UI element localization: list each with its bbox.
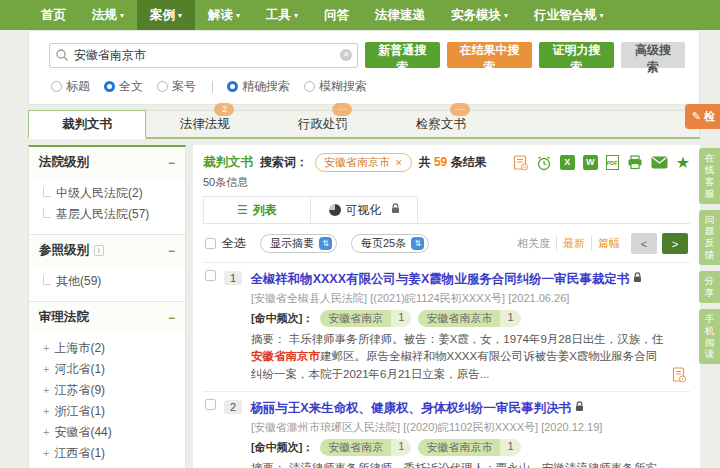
mail-icon[interactable] [651, 156, 668, 169]
nav-item-law-express[interactable]: 法律速递 [362, 0, 438, 30]
result-title-link[interactable]: 全椒祥和物XXXX有限公司与姜X霞物业服务合同纠纷一审民事裁定书 [250, 270, 642, 288]
select-all-checkbox[interactable] [205, 238, 216, 249]
share-button[interactable]: 分享 [699, 271, 720, 303]
collapse-icon[interactable]: − [168, 156, 175, 170]
sort-relevance[interactable]: 相关度 [511, 236, 556, 251]
result-checkbox[interactable] [205, 270, 216, 281]
copy-citation-icon[interactable] [672, 367, 686, 383]
search-term-pill[interactable]: 安徽省南京市✕ [315, 153, 412, 172]
select-all-label[interactable]: 全选 [222, 235, 246, 252]
search-term-text: 安徽省南京市 [324, 155, 390, 170]
scope-fulltext-radio[interactable]: 全文 [104, 78, 143, 95]
facet-item[interactable]: 基层人民法院(57) [43, 204, 181, 225]
tab-admin-penalty[interactable]: 行政处罚··· [264, 111, 382, 137]
collapse-icon[interactable]: − [168, 311, 175, 325]
search-in-results-button[interactable]: 在结果中搜索 [447, 42, 532, 68]
nav-label: 法律速递 [375, 7, 425, 24]
info-count: 50条信息 [203, 175, 690, 190]
clear-search-icon[interactable]: ✕ [340, 49, 352, 61]
favorite-star-icon[interactable]: ★ [676, 155, 690, 170]
expand-icon[interactable]: + [43, 363, 49, 375]
result-meta: [安徽省全椒县人民法院] [(2021)皖1124民初XXXX号] [2021.… [251, 291, 664, 306]
hit-term-pill[interactable]: 安徽省南京1 [320, 439, 411, 456]
alarm-clock-icon[interactable] [536, 155, 552, 171]
feedback-edit-button[interactable]: ✎检 [685, 104, 720, 129]
advanced-search-button[interactable]: 高级搜索 [621, 42, 685, 68]
tab-procuratorate[interactable]: 检察文书··· [382, 111, 500, 137]
tree-line [43, 186, 56, 200]
nav-item-home[interactable]: 首页 [28, 0, 79, 30]
evidence-search-button[interactable]: 证明力搜索 [539, 42, 614, 68]
facet-item[interactable]: 中级人民法院(2) [43, 183, 181, 204]
facet-header-court-level[interactable]: 法院级别− [29, 147, 185, 178]
remove-term-icon[interactable]: ✕ [395, 158, 403, 168]
doc-type-tabs: 裁判文书 法律法规2 行政处罚··· 检察文书··· [28, 110, 700, 139]
hit-term-pill[interactable]: 安徽省南京市1 [418, 439, 520, 456]
result-checkbox[interactable] [205, 399, 216, 410]
expand-icon[interactable]: + [43, 447, 49, 459]
export-excel-icon[interactable]: X [560, 155, 575, 170]
issue-feedback-button[interactable]: 问题反馈 [699, 210, 720, 266]
radio-selected-icon [227, 81, 238, 92]
nav-item-tools[interactable]: 工具▾ [253, 0, 311, 30]
hit-count: 1 [500, 310, 520, 327]
result-title-link[interactable]: 杨丽与王X来生命权、健康权、身体权纠纷一审民事判决书 [250, 399, 584, 417]
new-search-button[interactable]: 新普通搜索 [365, 42, 440, 68]
export-word-icon[interactable]: W [583, 155, 598, 170]
hit-term-pill[interactable]: 安徽省南京1 [320, 310, 411, 327]
expand-icon[interactable]: + [43, 426, 49, 438]
updown-icon: ⇅ [319, 237, 332, 250]
nav-label: 案例 [150, 7, 175, 24]
facet-item[interactable]: +浙江省(1) [43, 401, 181, 422]
mobile-reading-button[interactable]: 手机阅读 [699, 309, 720, 365]
collapse-icon[interactable]: − [168, 244, 175, 258]
radio-selected-icon [104, 81, 115, 92]
online-service-button[interactable]: 在线客服 [699, 148, 720, 204]
sort-newest[interactable]: 最新 [556, 236, 591, 251]
facet-item[interactable]: +湖南省(1) [43, 464, 181, 468]
facet-item[interactable]: +上海市(2) [43, 338, 181, 359]
facet-header-trial-court[interactable]: 审理法院− [29, 302, 185, 333]
print-icon[interactable] [627, 155, 643, 170]
radio-label: 模糊搜索 [319, 78, 367, 95]
info-icon: i [94, 245, 104, 256]
facet-trial-court: 审理法院− +上海市(2) +河北省(1) +江苏省(9) +浙江省(1) +安… [29, 302, 185, 468]
facet-item[interactable]: +安徽省(44) [43, 422, 181, 443]
facet-item[interactable]: +江苏省(9) [43, 380, 181, 401]
nav-item-cases[interactable]: 案例▾ [137, 0, 195, 30]
expand-icon[interactable]: + [43, 342, 49, 354]
tab-judgments[interactable]: 裁判文书 [28, 110, 146, 139]
expand-icon[interactable]: + [43, 405, 49, 417]
result-abstract: 摘要： 丰乐律师事务所律师。被告：姜X霞，女，1974年9月28日出生，汉族，住… [251, 331, 664, 383]
hit-term-pill[interactable]: 安徽省南京市1 [418, 310, 520, 327]
facet-item[interactable]: +江西省(1) [43, 443, 181, 464]
scope-title-radio[interactable]: 标题 [51, 78, 90, 95]
abstract-toggle-select[interactable]: 显示摘要⇅ [260, 234, 337, 253]
nav-item-qa[interactable]: 问答 [311, 0, 362, 30]
mode-exact-radio[interactable]: 精确搜索 [227, 78, 290, 95]
nav-item-laws[interactable]: 法规▾ [79, 0, 137, 30]
prev-page-button[interactable]: < [631, 233, 657, 254]
radio-icon [304, 81, 315, 92]
facet-item-label: 基层人民法院(57) [56, 207, 149, 221]
sort-options: 相关度 最新 篇幅 [511, 236, 626, 251]
facet-item[interactable]: +河北省(1) [43, 359, 181, 380]
expand-icon[interactable]: + [43, 384, 49, 396]
scope-caseno-radio[interactable]: 案号 [157, 78, 196, 95]
nav-item-interpretation[interactable]: 解读▾ [195, 0, 253, 30]
nav-item-practice-modules[interactable]: 实务模块▾ [438, 0, 521, 30]
sort-length[interactable]: 篇幅 [591, 236, 626, 251]
next-page-button[interactable]: > [662, 233, 688, 254]
nav-item-industry-compliance[interactable]: 行业智合规▾ [521, 0, 617, 30]
tab-label: 法律法规 [180, 117, 230, 131]
tab-visualization-view[interactable]: 可视化 [310, 196, 418, 223]
report-icon[interactable] [513, 155, 528, 171]
tab-laws[interactable]: 法律法规2 [146, 111, 264, 137]
page-size-select[interactable]: 每页25条⇅ [351, 234, 429, 253]
mode-fuzzy-radio[interactable]: 模糊搜索 [304, 78, 367, 95]
facet-item[interactable]: 其他(59) [43, 271, 181, 292]
search-input[interactable] [49, 43, 358, 68]
facet-header-reference-level[interactable]: 参照级别i− [29, 235, 185, 266]
tab-list-view[interactable]: ☰列表 [203, 196, 311, 223]
export-pdf-icon[interactable]: PDF [606, 155, 619, 170]
